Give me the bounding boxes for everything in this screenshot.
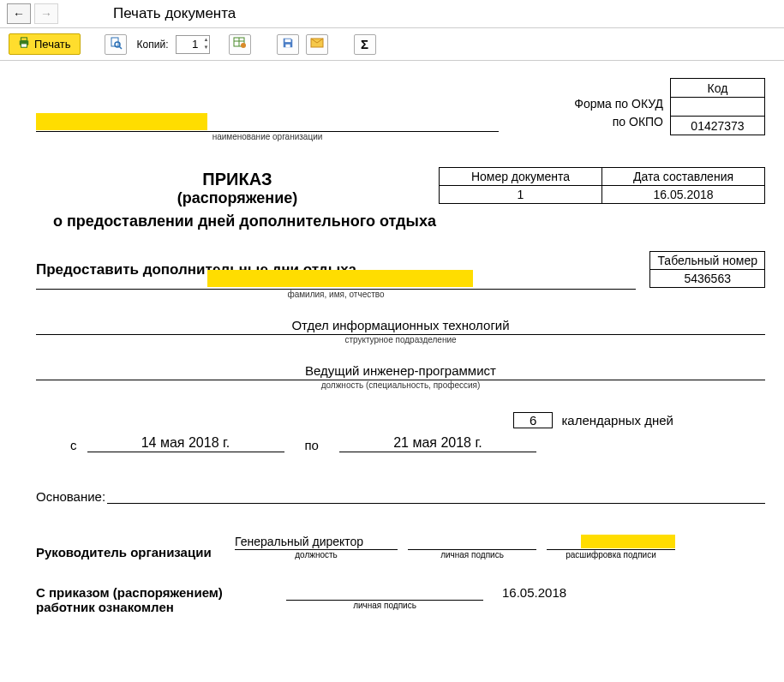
- okud-label: Форма по ОКУД: [574, 95, 663, 113]
- org-redacted: [36, 113, 207, 130]
- magnifier-page-icon: [109, 36, 123, 52]
- title-line3: о предоставлении дней дополнительного от…: [53, 212, 765, 230]
- manager-name-redacted: [581, 535, 675, 548]
- manager-name-line: [547, 535, 675, 550]
- manager-position-value: Генеральный директор: [235, 535, 398, 550]
- kod-header: Код: [671, 79, 765, 98]
- ack-sign-line: [286, 585, 483, 601]
- table-gear-icon: [233, 36, 247, 52]
- days-value: 6: [513, 412, 553, 428]
- okpo-value: 01427373: [671, 117, 765, 135]
- manager-sign-caption: личная подпись: [408, 550, 536, 559]
- printer-icon: [18, 37, 30, 51]
- from-label: с: [70, 438, 77, 452]
- svg-rect-10: [284, 39, 290, 43]
- spinner-arrows[interactable]: ▲▼: [204, 36, 209, 51]
- doc-date-value: 16.05.2018: [602, 186, 765, 204]
- tab-value: 5436563: [650, 270, 765, 288]
- save-button[interactable]: [277, 34, 299, 55]
- print-button-label: Печать: [34, 38, 71, 51]
- department-value: Отдел информационных технологий: [36, 318, 765, 335]
- basis-line: [107, 487, 765, 504]
- navigation-toolbar: ← → Печать документа: [0, 0, 784, 28]
- okud-value: [671, 98, 765, 117]
- forward-button[interactable]: →: [34, 3, 58, 24]
- table-settings-button[interactable]: [229, 34, 251, 55]
- sum-button[interactable]: Σ: [354, 34, 376, 55]
- org-caption: наименование организации: [36, 132, 499, 141]
- position-caption: должность (специальность, профессия): [36, 380, 765, 390]
- manager-sign-line: [408, 535, 536, 550]
- doc-date-header: Дата составления: [602, 168, 765, 186]
- doc-info-table: Номер документа Дата составления 1 16.05…: [439, 167, 765, 204]
- page-title: Печать документа: [113, 5, 236, 22]
- sigma-icon: Σ: [361, 37, 368, 51]
- position-value: Ведущий инженер-программист: [36, 363, 765, 380]
- floppy-icon: [282, 37, 294, 51]
- svg-rect-0: [21, 38, 27, 41]
- department-caption: структурное подразделение: [36, 335, 765, 344]
- okpo-label: по ОКПО: [574, 113, 663, 131]
- envelope-icon: [310, 38, 324, 51]
- tab-header: Табельный номер: [650, 252, 765, 270]
- title-block: ПРИКАЗ (распоряжение): [36, 170, 439, 207]
- days-label: календарных дней: [561, 413, 673, 428]
- preview-button[interactable]: [105, 34, 127, 55]
- to-label: по: [305, 438, 319, 452]
- fio-line: [36, 269, 636, 290]
- title-line2: (распоряжение): [36, 189, 439, 207]
- title-line1: ПРИКАЗ: [36, 170, 439, 189]
- basis-label: Основание:: [36, 489, 105, 504]
- svg-rect-11: [285, 45, 290, 48]
- manager-name-caption: расшифровка подписи: [547, 550, 675, 559]
- copies-label: Копий:: [137, 39, 169, 51]
- ack-sign-caption: личная подпись: [286, 601, 483, 610]
- code-table: Код 01427373: [670, 78, 765, 135]
- document-body: Форма по ОКУД по ОКПО Код 01427373 наиме…: [0, 61, 784, 631]
- svg-point-9: [241, 43, 246, 48]
- svg-rect-2: [21, 44, 27, 47]
- print-button[interactable]: Печать: [9, 33, 81, 55]
- fio-caption: фамилия, имя, отчество: [36, 290, 636, 299]
- fio-redacted: [207, 270, 473, 287]
- manager-label: Руководитель организации: [36, 545, 224, 559]
- doc-num-value: 1: [440, 186, 602, 204]
- main-toolbar: Печать Копий: ▲▼ Σ: [0, 28, 784, 61]
- acknowledge-label: С приказом (распоряжением) работник озна…: [36, 585, 233, 614]
- manager-position-caption: должность: [235, 550, 398, 559]
- to-value: 21 мая 2018 г.: [339, 435, 536, 452]
- tab-number-table: Табельный номер 5436563: [649, 251, 765, 288]
- from-value: 14 мая 2018 г.: [87, 435, 284, 452]
- email-button[interactable]: [306, 34, 328, 55]
- ack-date-value: 16.05.2018: [502, 585, 566, 600]
- back-button[interactable]: ←: [7, 3, 31, 24]
- svg-line-5: [119, 46, 122, 49]
- doc-num-header: Номер документа: [440, 168, 602, 186]
